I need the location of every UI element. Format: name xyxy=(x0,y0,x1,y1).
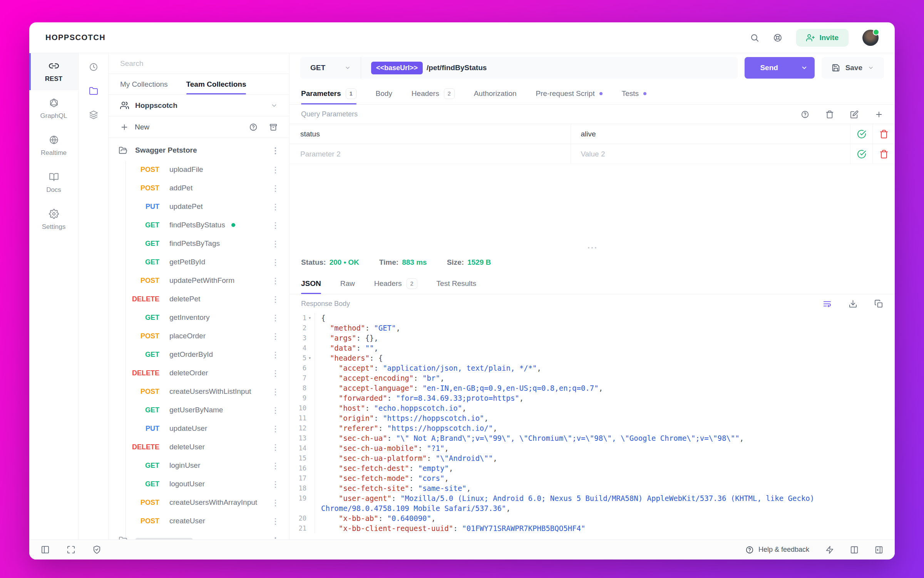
kebab-menu-icon[interactable] xyxy=(271,369,279,377)
request-item[interactable]: GETfindPetsByStatus xyxy=(109,216,289,234)
param-name-input[interactable]: Parameter 2 xyxy=(290,144,571,164)
request-item[interactable]: POSTcreateUsersWithArrayInput xyxy=(109,493,289,512)
avatar[interactable] xyxy=(862,30,879,46)
send-options-chevron-icon[interactable] xyxy=(794,64,815,71)
kebab-menu-icon[interactable] xyxy=(271,332,279,340)
kebab-menu-icon[interactable] xyxy=(271,258,279,266)
kebab-menu-icon[interactable] xyxy=(271,517,279,525)
kebab-menu-icon[interactable] xyxy=(271,462,279,470)
request-item[interactable]: GETlogoutUser xyxy=(109,475,289,493)
pane-splitter[interactable] xyxy=(290,244,895,252)
request-item[interactable]: DELETEdeleteUser xyxy=(109,438,289,456)
collapse-right-panel-icon[interactable] xyxy=(875,546,883,554)
help-feedback-button[interactable]: Help & feedback xyxy=(745,546,809,554)
help-circle-icon[interactable] xyxy=(249,123,258,131)
copy-icon[interactable] xyxy=(874,299,883,308)
sidebar-item-realtime[interactable]: Realtime xyxy=(29,127,78,164)
sidebar-item-rest[interactable]: REST xyxy=(29,53,78,90)
param-value-input[interactable]: Value 2 xyxy=(571,144,850,164)
shortcuts-zap-icon[interactable] xyxy=(825,546,834,554)
tab-team-collections[interactable]: Team Collections xyxy=(186,74,246,94)
request-item[interactable]: POSTupdatePetWithForm xyxy=(109,271,289,290)
kebab-menu-icon[interactable] xyxy=(271,146,279,155)
request-item[interactable]: GETgetOrderById xyxy=(109,345,289,364)
kebab-menu-icon[interactable] xyxy=(271,499,279,507)
search-input[interactable] xyxy=(120,59,278,68)
param-active-toggle[interactable] xyxy=(850,124,872,144)
collections-folder-icon[interactable] xyxy=(89,86,98,96)
response-tab-headers[interactable]: Headers2 xyxy=(374,273,417,294)
kebab-menu-icon[interactable] xyxy=(271,277,279,285)
add-param-plus-icon[interactable] xyxy=(875,110,883,119)
response-tab-test-results[interactable]: Test Results xyxy=(437,273,476,294)
kebab-menu-icon[interactable] xyxy=(271,295,279,303)
kebab-menu-icon[interactable] xyxy=(271,351,279,359)
request-item[interactable]: POSTcreateUser xyxy=(109,512,289,530)
edit-bulk-icon[interactable] xyxy=(850,110,859,119)
response-tab-json[interactable]: JSON xyxy=(301,273,321,294)
tab-my-collections[interactable]: My Collections xyxy=(120,74,168,94)
param-active-toggle[interactable] xyxy=(850,144,872,164)
request-item[interactable]: DELETEdeleteOrder xyxy=(109,364,289,382)
kebab-menu-icon[interactable] xyxy=(271,184,279,192)
request-item[interactable]: GETfindPetsByTags xyxy=(109,234,289,253)
send-button[interactable]: Send xyxy=(745,57,815,79)
kebab-menu-icon[interactable] xyxy=(271,443,279,451)
tab-headers[interactable]: Headers2 xyxy=(412,82,455,104)
tab-body[interactable]: Body xyxy=(376,82,392,104)
method-select[interactable]: GET xyxy=(300,57,361,79)
kebab-menu-icon[interactable] xyxy=(271,314,279,322)
collection-folder[interactable]: Swagger Petstore xyxy=(109,140,289,160)
expand-fullscreen-icon[interactable] xyxy=(67,545,75,554)
url-input[interactable]: <<baseUrl>> /pet/findByStatus xyxy=(361,62,497,74)
sidebar-item-settings[interactable]: Settings xyxy=(29,201,78,238)
save-options-chevron-icon[interactable] xyxy=(868,65,874,71)
base-url-chip[interactable]: <<baseUrl>> xyxy=(371,62,423,74)
tab-tests[interactable]: Tests xyxy=(622,82,646,104)
kebab-menu-icon[interactable] xyxy=(271,388,279,396)
request-item[interactable]: PUTupdatePet xyxy=(109,197,289,216)
plus-icon[interactable] xyxy=(120,123,129,131)
sidebar-item-graphql[interactable]: GraphQL xyxy=(29,90,78,127)
kebab-menu-icon[interactable] xyxy=(271,203,279,211)
request-item[interactable]: POSTaddPet xyxy=(109,179,289,197)
sidebar-item-docs[interactable]: Docs xyxy=(29,164,78,201)
param-value-input[interactable]: alive xyxy=(571,124,850,144)
tab-pre-request-script[interactable]: Pre-request Script xyxy=(536,82,603,104)
request-item[interactable]: POSTuploadFile xyxy=(109,160,289,179)
fold-arrow-icon[interactable]: ▾ xyxy=(306,313,313,323)
kebab-menu-icon[interactable] xyxy=(271,221,279,229)
wrap-lines-icon[interactable] xyxy=(823,299,832,308)
request-item[interactable]: GETgetUserByName xyxy=(109,401,289,419)
tab-parameters[interactable]: Parameters1 xyxy=(301,82,357,104)
param-name-input[interactable]: status xyxy=(290,124,571,144)
request-item[interactable]: POSTcreateUsersWithListInput xyxy=(109,382,289,401)
toggle-sidebar-icon[interactable] xyxy=(41,545,50,554)
request-item[interactable]: DELETEdeletePet xyxy=(109,290,289,308)
request-item[interactable]: GETgetInventory xyxy=(109,308,289,327)
request-item[interactable]: GETgetPetById xyxy=(109,253,289,271)
clear-all-trash-icon[interactable] xyxy=(825,110,834,119)
kebab-menu-icon[interactable] xyxy=(271,536,279,540)
save-button[interactable]: Save xyxy=(822,57,884,79)
download-icon[interactable] xyxy=(849,299,857,308)
response-tab-raw[interactable]: Raw xyxy=(340,273,355,294)
param-delete-button[interactable] xyxy=(872,124,895,144)
columns-layout-icon[interactable] xyxy=(850,546,859,554)
interceptor-shield-icon[interactable] xyxy=(92,545,101,554)
tab-authorization[interactable]: Authorization xyxy=(474,82,517,104)
kebab-menu-icon[interactable] xyxy=(271,406,279,414)
kebab-menu-icon[interactable] xyxy=(271,240,279,248)
team-selector[interactable]: Hoppscotch xyxy=(109,95,289,116)
request-item[interactable]: GETloginUser xyxy=(109,456,289,475)
param-delete-button[interactable] xyxy=(872,144,895,164)
archive-import-icon[interactable] xyxy=(269,123,278,131)
request-item[interactable]: POSTplaceOrder xyxy=(109,327,289,345)
support-lifebuoy-icon[interactable] xyxy=(773,33,782,42)
search-icon[interactable] xyxy=(750,33,759,42)
new-collection-button[interactable]: New xyxy=(135,123,149,131)
collection-folder-cutoff[interactable] xyxy=(109,530,289,539)
request-item[interactable]: PUTupdateUser xyxy=(109,419,289,438)
kebab-menu-icon[interactable] xyxy=(271,166,279,174)
kebab-menu-icon[interactable] xyxy=(271,480,279,488)
